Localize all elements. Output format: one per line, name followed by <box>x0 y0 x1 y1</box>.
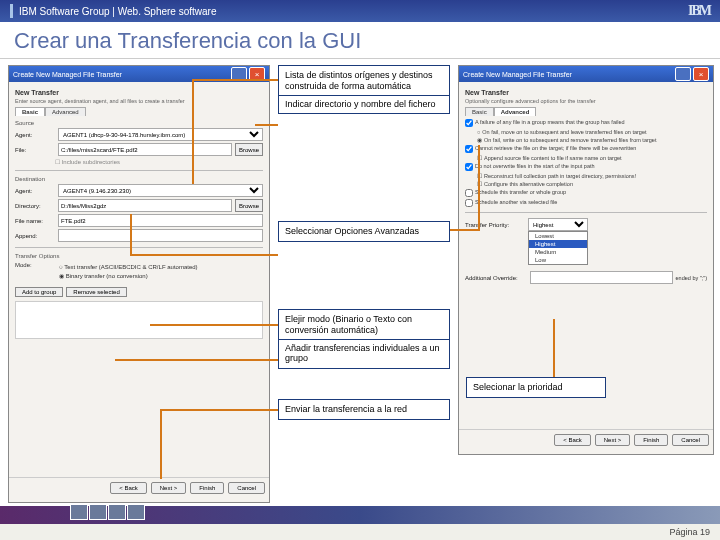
priority-option[interactable]: Low <box>529 256 587 264</box>
connector-line <box>115 359 278 361</box>
check-4[interactable]: Schedule this transfer or whole group <box>465 189 707 197</box>
priority-option[interactable]: Medium <box>529 248 587 256</box>
right-heading: New Transfer <box>465 89 707 96</box>
source-label: Source <box>15 120 263 126</box>
radio-text[interactable]: ○ Text transfer (ASCII/EBCDIC & CR/LF au… <box>59 264 198 270</box>
add-to-group-button[interactable]: Add to group <box>15 287 63 297</box>
group-list <box>15 301 263 339</box>
connector-line <box>192 79 194 184</box>
footer-thumbnails <box>70 504 145 520</box>
cancel-button-2[interactable]: Cancel <box>672 434 709 446</box>
radio-binary[interactable]: ◉ Binary transfer (no conversion) <box>59 272 198 279</box>
append-label: Append: <box>15 233 55 239</box>
dest-label: Destination <box>15 176 263 182</box>
include-subdirs[interactable]: ☐ Include subdirectories <box>55 158 263 165</box>
additional-input[interactable] <box>530 271 673 284</box>
right-subheading: Optionally configure advanced options fo… <box>465 98 707 104</box>
right-wizard-buttons: < Back Next > Finish Cancel <box>459 429 713 450</box>
right-window-title: Create New Managed File Transfer <box>463 71 572 78</box>
connector-line <box>192 79 278 81</box>
priority-dropdown[interactable]: Lowest Highest Medium Low <box>528 231 588 265</box>
connector-line <box>450 229 480 231</box>
fname-label: File name: <box>15 218 55 224</box>
priority-option[interactable]: Lowest <box>529 232 587 240</box>
close-icon-2[interactable]: × <box>693 67 709 81</box>
filename-input[interactable] <box>58 214 263 227</box>
append-input[interactable] <box>58 229 263 242</box>
browse-button-2[interactable]: Browse <box>235 199 263 212</box>
tab-basic-2[interactable]: Basic <box>465 107 494 116</box>
tab-advanced-2[interactable]: Advanced <box>494 107 537 116</box>
left-window-title: Create New Managed File Transfer <box>13 71 122 78</box>
priority-option-selected[interactable]: Highest <box>529 240 587 248</box>
tab-advanced[interactable]: Advanced <box>45 107 86 116</box>
check-1[interactable]: A failure of any file in a group means t… <box>465 119 707 127</box>
left-subheading: Enter source agent, destination agent, a… <box>15 98 263 104</box>
source-agent-select[interactable]: AGENT1 (dhcp-9-30-94-178.hursley.ibm.com… <box>58 128 263 141</box>
annotation-3: Elejir modo (Binario o Texto con convers… <box>278 309 450 369</box>
check-3a[interactable]: ☐ Reconstruct full collection path in ta… <box>477 173 707 179</box>
back-button[interactable]: < Back <box>110 482 147 494</box>
cancel-button[interactable]: Cancel <box>228 482 265 494</box>
connector-line <box>255 124 278 126</box>
priority-select[interactable]: Highest <box>528 218 588 231</box>
left-wizard-buttons: < Back Next > Finish Cancel <box>9 477 269 498</box>
file-label: File: <box>15 147 55 153</box>
check-3b[interactable]: ☐ Configure this alternative completion <box>477 181 707 187</box>
minimize-icon-2[interactable] <box>675 67 691 81</box>
content-area: Create New Managed File Transfer × New T… <box>0 59 720 509</box>
agent-label: Agent: <box>15 132 55 138</box>
next-button[interactable]: Next > <box>151 482 187 494</box>
tab-basic[interactable]: Basic <box>15 107 45 116</box>
left-heading: New Transfer <box>15 89 263 96</box>
annotation-5: Enviar la transferencia a la red <box>278 399 450 420</box>
annotation-1b: Indicar directorio y nombre del fichero <box>279 95 449 110</box>
browse-button[interactable]: Browse <box>235 143 263 156</box>
connector-line <box>160 409 162 479</box>
remove-selected-button[interactable]: Remove selected <box>66 287 126 297</box>
dir-label: Directory: <box>15 203 55 209</box>
agent2-label: Agent: <box>15 188 55 194</box>
check-2a[interactable]: ☐ Append source file content to file if … <box>477 155 707 161</box>
check-5[interactable]: Schedule another via selected file <box>465 199 707 207</box>
right-window-titlebar: Create New Managed File Transfer × <box>459 66 713 82</box>
page-number: Página 19 <box>669 527 710 537</box>
annotation-1: Lista de distintos orígenes y destinos c… <box>278 65 450 114</box>
connector-line <box>478 145 480 229</box>
annotation-3b: Añadir transferencias individuales a un … <box>279 339 449 365</box>
additional-label: Additional Override: <box>465 275 527 281</box>
tab-row: Basic Advanced <box>15 107 263 116</box>
header-accent <box>10 4 13 18</box>
footer: Página 19 <box>0 506 720 540</box>
connector-line <box>130 214 132 254</box>
dest-agent-select[interactable]: AGENT4 (9.146.230.230) <box>58 184 263 197</box>
mode-label: Mode: <box>15 262 55 281</box>
footer-bar: Página 19 <box>0 524 720 540</box>
source-file-input[interactable] <box>58 143 232 156</box>
back-button-2[interactable]: < Back <box>554 434 591 446</box>
page-title: Crear una Transferencia con la GUI <box>0 22 720 59</box>
check-1a[interactable]: ○ On fail, move on to subsequent and lea… <box>477 129 707 135</box>
check-2[interactable]: Cannot retrieve the file on the target; … <box>465 145 707 153</box>
annotation-2: Seleccionar Opciones Avanzadas <box>278 221 450 242</box>
check-3[interactable]: Do not overwrite files in the start of t… <box>465 163 707 171</box>
finish-button[interactable]: Finish <box>190 482 224 494</box>
header-bar: IBM Software Group | Web. Sphere softwar… <box>0 0 720 22</box>
additional-hint: ended by ";") <box>676 275 707 281</box>
connector-line <box>160 409 278 411</box>
connector-line <box>150 324 278 326</box>
annotation-1a: Lista de distintos orígenes y destinos c… <box>285 70 443 92</box>
annotation-4: Selecionar la prioridad <box>466 377 606 398</box>
header-text: IBM Software Group | Web. Sphere softwar… <box>19 6 217 17</box>
finish-button-2[interactable]: Finish <box>634 434 668 446</box>
footer-gradient <box>0 506 720 524</box>
directory-input[interactable] <box>58 199 232 212</box>
ibm-logo: IBM <box>688 3 710 19</box>
left-screenshot: Create New Managed File Transfer × New T… <box>8 65 270 503</box>
connector-line <box>553 319 555 377</box>
connector-line <box>130 254 278 256</box>
priority-label: Transfer Priority: <box>465 222 525 228</box>
check-1b[interactable]: ◉ On fail, write on to subsequent and re… <box>477 137 707 143</box>
annotation-3a: Elejir modo (Binario o Texto con convers… <box>285 314 443 336</box>
next-button-2[interactable]: Next > <box>595 434 631 446</box>
